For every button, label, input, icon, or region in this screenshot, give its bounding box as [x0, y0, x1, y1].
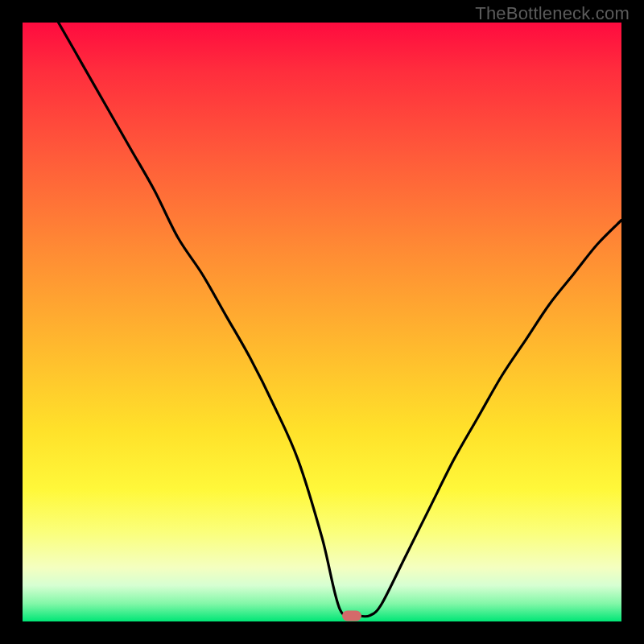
- bottleneck-curve: [23, 23, 621, 621]
- optimal-marker: [342, 610, 361, 621]
- plot-area: [23, 23, 621, 621]
- watermark-text: TheBottleneck.com: [475, 3, 630, 24]
- chart-frame: TheBottleneck.com: [0, 0, 644, 644]
- curve-path: [59, 23, 621, 617]
